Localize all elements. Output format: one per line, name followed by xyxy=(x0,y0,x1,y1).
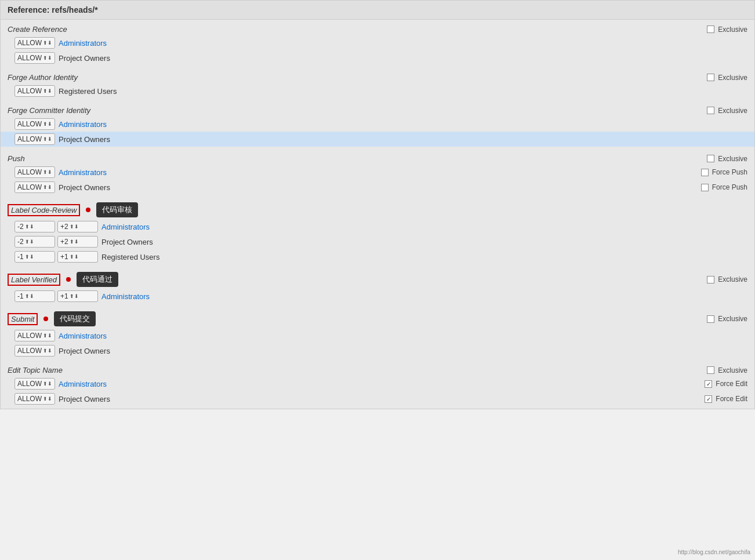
range-selects-label-code-review-0: -2⬆⬇+2⬆⬇ xyxy=(14,221,98,232)
allow-select-submit-1[interactable]: ALLOW⬆⬇ xyxy=(14,345,55,357)
row-forge-committer-identity-0: ALLOW⬆⬇Administrators xyxy=(1,117,754,132)
exclusive-checkbox-edit-topic-name[interactable] xyxy=(707,366,714,374)
exclusive-area-forge-committer-identity: Exclusive xyxy=(707,107,747,115)
section-title-create-reference: Create Reference xyxy=(8,25,67,34)
exclusive-label-forge-committer-identity: Exclusive xyxy=(718,107,747,115)
red-dot-submit xyxy=(43,317,48,321)
section-title-submit: Submit xyxy=(8,313,38,325)
arrows-icon: ⬆⬇ xyxy=(43,333,52,339)
force-label-push-1: Force Push xyxy=(712,183,747,191)
section-edit-topic-name: Edit Topic NameExclusiveALLOW⬆⬇Administr… xyxy=(1,361,754,409)
exclusive-area-create-reference: Exclusive xyxy=(707,26,747,34)
exclusive-checkbox-submit[interactable] xyxy=(707,315,714,323)
row-right-edit-topic-name-1: ✓Force Edit xyxy=(705,395,747,403)
user-label-push-1: Project Owners xyxy=(59,183,110,192)
user-label-label-verified-0[interactable]: Administrators xyxy=(101,292,150,301)
arrows-icon: ⬆⬇ xyxy=(43,137,52,142)
range-selects-label-code-review-1: -2⬆⬇+2⬆⬇ xyxy=(14,236,98,248)
user-label-label-code-review-1: Project Owners xyxy=(101,238,153,246)
tooltip-submit: 代码提交 xyxy=(54,311,96,326)
arrows-icon: ⬆⬇ xyxy=(25,294,34,299)
row-left-create-reference-1: ALLOW⬆⬇Project Owners xyxy=(14,52,110,64)
arrows-icon: ⬆⬇ xyxy=(43,56,52,61)
arrows-icon: ⬆⬇ xyxy=(43,41,52,46)
section-title-forge-committer-identity: Forge Committer Identity xyxy=(8,106,90,115)
row-label-code-review-0: -2⬆⬇+2⬆⬇Administrators xyxy=(1,219,754,234)
section-title-row-create-reference: Create ReferenceExclusive xyxy=(1,22,754,35)
arrows-icon: ⬆⬇ xyxy=(70,239,79,245)
row-submit-0: ALLOW⬆⬇Administrators xyxy=(1,328,754,343)
allow-value: ALLOW xyxy=(17,332,42,340)
range-min-select-label-code-review-0[interactable]: -2⬆⬇ xyxy=(14,221,55,232)
range-min-select-label-verified-0[interactable]: -1⬆⬇ xyxy=(14,290,55,302)
range-max-select-label-code-review-2[interactable]: +1⬆⬇ xyxy=(57,251,98,263)
allow-value: ALLOW xyxy=(17,120,42,128)
allow-select-create-reference-1[interactable]: ALLOW⬆⬇ xyxy=(14,52,55,64)
row-create-reference-0: ALLOW⬆⬇Administrators xyxy=(1,35,754,50)
allow-select-submit-0[interactable]: ALLOW⬆⬇ xyxy=(14,330,55,341)
allow-value: ALLOW xyxy=(17,87,42,95)
arrows-icon: ⬆⬇ xyxy=(43,122,52,127)
allow-select-edit-topic-name-0[interactable]: ALLOW⬆⬇ xyxy=(14,378,55,390)
exclusive-label-label-verified: Exclusive xyxy=(718,275,747,283)
section-forge-committer-identity: Forge Committer IdentityExclusiveALLOW⬆⬇… xyxy=(1,101,754,149)
user-label-forge-author-identity-0: Registered Users xyxy=(59,87,117,96)
exclusive-checkbox-create-reference[interactable] xyxy=(707,26,714,33)
section-title-label-code-review: Label Code-Review xyxy=(8,204,80,216)
range-min-value: -2 xyxy=(17,223,24,231)
row-edit-topic-name-1: ALLOW⬆⬇Project Owners✓Force Edit xyxy=(1,391,754,406)
exclusive-label-edit-topic-name: Exclusive xyxy=(718,366,747,374)
row-left-push-0: ALLOW⬆⬇Administrators xyxy=(14,166,107,178)
arrows-icon: ⬆⬇ xyxy=(25,239,34,245)
exclusive-checkbox-forge-committer-identity[interactable] xyxy=(707,107,714,114)
allow-select-push-0[interactable]: ALLOW⬆⬇ xyxy=(14,166,55,178)
section-title-row-forge-author-identity: Forge Author IdentityExclusive xyxy=(1,70,754,83)
header-value: refs/heads/* xyxy=(52,5,97,14)
section-title-push: Push xyxy=(8,154,25,163)
range-max-select-label-verified-0[interactable]: +1⬆⬇ xyxy=(57,290,98,302)
range-max-select-label-code-review-1[interactable]: +2⬆⬇ xyxy=(57,236,98,248)
range-max-value: +2 xyxy=(60,223,68,231)
section-title-row-label-verified: Label Verified代码通过Exclusive xyxy=(1,269,754,289)
user-label-edit-topic-name-0[interactable]: Administrators xyxy=(59,380,107,388)
force-label-edit-topic-name-1: Force Edit xyxy=(716,395,747,403)
allow-select-create-reference-0[interactable]: ALLOW⬆⬇ xyxy=(14,37,55,49)
row-push-1: ALLOW⬆⬇Project OwnersForce Push xyxy=(1,180,754,195)
arrows-icon: ⬆⬇ xyxy=(43,185,52,190)
allow-select-forge-author-identity-0[interactable]: ALLOW⬆⬇ xyxy=(14,85,55,97)
row-left-label-verified-0: -1⬆⬇+1⬆⬇Administrators xyxy=(14,290,150,302)
range-min-select-label-code-review-2[interactable]: -1⬆⬇ xyxy=(14,251,55,263)
exclusive-label-push: Exclusive xyxy=(718,155,747,163)
user-label-label-code-review-0[interactable]: Administrators xyxy=(101,223,150,231)
row-label-code-review-2: -1⬆⬇+1⬆⬇Registered Users xyxy=(1,249,754,264)
user-label-forge-committer-identity-0[interactable]: Administrators xyxy=(59,120,107,129)
row-right-edit-topic-name-0: ✓Force Edit xyxy=(705,380,747,388)
section-forge-author-identity: Forge Author IdentityExclusiveALLOW⬆⬇Reg… xyxy=(1,68,754,101)
force-checkbox-push-1[interactable] xyxy=(701,184,709,191)
force-checkbox-edit-topic-name-1[interactable]: ✓ xyxy=(705,395,712,403)
allow-select-forge-committer-identity-1[interactable]: ALLOW⬆⬇ xyxy=(14,133,55,145)
range-selects-label-code-review-2: -1⬆⬇+1⬆⬇ xyxy=(14,251,98,263)
allow-select-push-1[interactable]: ALLOW⬆⬇ xyxy=(14,181,55,193)
row-left-forge-committer-identity-1: ALLOW⬆⬇Project Owners xyxy=(14,133,110,145)
section-title-row-label-code-review: Label Code-Review代码审核 xyxy=(1,199,754,219)
user-label-create-reference-0[interactable]: Administrators xyxy=(59,39,107,48)
exclusive-checkbox-label-verified[interactable] xyxy=(707,276,714,283)
exclusive-area-submit: Exclusive xyxy=(707,315,747,323)
force-checkbox-edit-topic-name-0[interactable]: ✓ xyxy=(705,380,712,388)
exclusive-checkbox-push[interactable] xyxy=(707,155,714,162)
allow-select-forge-committer-identity-0[interactable]: ALLOW⬆⬇ xyxy=(14,118,55,130)
exclusive-checkbox-forge-author-identity[interactable] xyxy=(707,74,714,81)
header-label: Reference: xyxy=(8,5,49,14)
user-label-push-0[interactable]: Administrators xyxy=(59,168,107,177)
row-left-edit-topic-name-0: ALLOW⬆⬇Administrators xyxy=(14,378,107,390)
section-submit: Submit代码提交ExclusiveALLOW⬆⬇Administrators… xyxy=(1,306,754,361)
force-checkbox-push-0[interactable] xyxy=(701,169,709,176)
row-submit-1: ALLOW⬆⬇Project Owners xyxy=(1,343,754,358)
allow-select-edit-topic-name-1[interactable]: ALLOW⬆⬇ xyxy=(14,393,55,405)
range-max-select-label-code-review-0[interactable]: +2⬆⬇ xyxy=(57,221,98,232)
exclusive-area-forge-author-identity: Exclusive xyxy=(707,74,747,82)
allow-value: ALLOW xyxy=(17,183,42,191)
user-label-submit-0[interactable]: Administrators xyxy=(59,332,107,340)
range-min-select-label-code-review-1[interactable]: -2⬆⬇ xyxy=(14,236,55,248)
